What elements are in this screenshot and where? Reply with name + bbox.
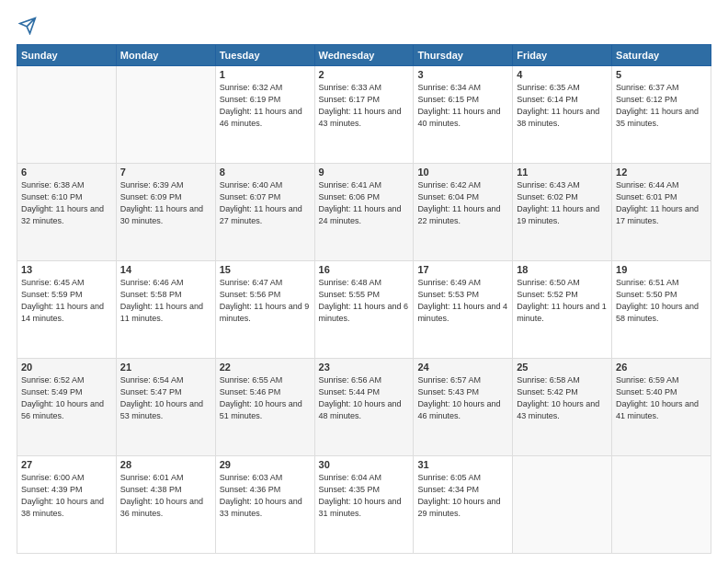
col-header-wednesday: Wednesday <box>314 45 414 66</box>
calendar-day-cell: 26Sunrise: 6:59 AMSunset: 5:40 PMDayligh… <box>612 359 711 456</box>
day-info: Sunrise: 6:52 AMSunset: 5:49 PMDaylight:… <box>21 374 112 422</box>
day-number: 27 <box>21 459 112 470</box>
day-number: 25 <box>517 362 608 373</box>
calendar-day-cell: 19Sunrise: 6:51 AMSunset: 5:50 PMDayligh… <box>612 261 711 359</box>
day-number: 2 <box>319 69 410 80</box>
calendar-day-cell: 31Sunrise: 6:05 AMSunset: 4:34 PMDayligh… <box>414 456 513 554</box>
calendar-day-cell: 9Sunrise: 6:41 AMSunset: 6:06 PMDaylight… <box>314 164 414 261</box>
day-number: 12 <box>616 167 707 178</box>
day-number: 10 <box>417 167 508 178</box>
calendar-day-cell: 12Sunrise: 6:44 AMSunset: 6:01 PMDayligh… <box>612 164 711 261</box>
day-number: 13 <box>21 264 112 275</box>
calendar-day-cell: 1Sunrise: 6:32 AMSunset: 6:19 PMDaylight… <box>215 66 314 164</box>
day-info: Sunrise: 6:05 AMSunset: 4:34 PMDaylight:… <box>417 472 508 520</box>
calendar-day-cell: 24Sunrise: 6:57 AMSunset: 5:43 PMDayligh… <box>414 359 513 456</box>
day-number: 14 <box>120 264 211 275</box>
day-number: 17 <box>417 264 508 275</box>
day-number: 19 <box>616 264 707 275</box>
day-info: Sunrise: 6:44 AMSunset: 6:01 PMDaylight:… <box>616 179 707 227</box>
page: SundayMondayTuesdayWednesdayThursdayFrid… <box>0 0 728 563</box>
day-number: 29 <box>220 459 311 470</box>
day-number: 26 <box>616 362 707 373</box>
day-info: Sunrise: 6:54 AMSunset: 5:47 PMDaylight:… <box>120 374 211 422</box>
calendar-day-cell: 23Sunrise: 6:56 AMSunset: 5:44 PMDayligh… <box>314 359 414 456</box>
day-number: 7 <box>120 167 211 178</box>
day-info: Sunrise: 6:55 AMSunset: 5:46 PMDaylight:… <box>220 374 311 422</box>
calendar-header-row: SundayMondayTuesdayWednesdayThursdayFrid… <box>17 45 711 66</box>
day-info: Sunrise: 6:34 AMSunset: 6:15 PMDaylight:… <box>417 82 508 130</box>
day-info: Sunrise: 6:01 AMSunset: 4:38 PMDaylight:… <box>120 472 211 520</box>
day-info: Sunrise: 6:51 AMSunset: 5:50 PMDaylight:… <box>616 277 707 325</box>
calendar-day-cell: 17Sunrise: 6:49 AMSunset: 5:53 PMDayligh… <box>414 261 513 359</box>
col-header-saturday: Saturday <box>612 45 711 66</box>
day-info: Sunrise: 6:56 AMSunset: 5:44 PMDaylight:… <box>319 374 410 422</box>
day-number: 23 <box>319 362 410 373</box>
day-info: Sunrise: 6:39 AMSunset: 6:09 PMDaylight:… <box>120 179 211 227</box>
day-info: Sunrise: 6:03 AMSunset: 4:36 PMDaylight:… <box>220 472 311 520</box>
day-info: Sunrise: 6:50 AMSunset: 5:52 PMDaylight:… <box>517 277 608 325</box>
calendar-day-cell: 14Sunrise: 6:46 AMSunset: 5:58 PMDayligh… <box>116 261 215 359</box>
day-number: 6 <box>21 167 112 178</box>
calendar-week-row: 6Sunrise: 6:38 AMSunset: 6:10 PMDaylight… <box>17 164 711 261</box>
day-info: Sunrise: 6:59 AMSunset: 5:40 PMDaylight:… <box>616 374 707 422</box>
day-info: Sunrise: 6:38 AMSunset: 6:10 PMDaylight:… <box>21 179 112 227</box>
calendar-day-cell: 27Sunrise: 6:00 AMSunset: 4:39 PMDayligh… <box>17 456 117 554</box>
day-number: 9 <box>319 167 410 178</box>
day-info: Sunrise: 6:04 AMSunset: 4:35 PMDaylight:… <box>319 472 410 520</box>
calendar-day-cell: 11Sunrise: 6:43 AMSunset: 6:02 PMDayligh… <box>513 164 612 261</box>
logo-bird-icon <box>18 17 37 35</box>
header <box>17 17 711 35</box>
calendar-day-cell: 30Sunrise: 6:04 AMSunset: 4:35 PMDayligh… <box>314 456 414 554</box>
day-number: 16 <box>319 264 410 275</box>
calendar-day-cell: 13Sunrise: 6:45 AMSunset: 5:59 PMDayligh… <box>17 261 117 359</box>
day-number: 31 <box>417 459 508 470</box>
day-number: 30 <box>319 459 410 470</box>
day-info: Sunrise: 6:47 AMSunset: 5:56 PMDaylight:… <box>220 277 311 325</box>
calendar-week-row: 13Sunrise: 6:45 AMSunset: 5:59 PMDayligh… <box>17 261 711 359</box>
day-info: Sunrise: 6:46 AMSunset: 5:58 PMDaylight:… <box>120 277 211 325</box>
calendar-day-cell: 28Sunrise: 6:01 AMSunset: 4:38 PMDayligh… <box>116 456 215 554</box>
day-info: Sunrise: 6:41 AMSunset: 6:06 PMDaylight:… <box>319 179 410 227</box>
calendar-day-cell: 10Sunrise: 6:42 AMSunset: 6:04 PMDayligh… <box>414 164 513 261</box>
day-info: Sunrise: 6:32 AMSunset: 6:19 PMDaylight:… <box>220 82 311 130</box>
col-header-friday: Friday <box>513 45 612 66</box>
day-number: 11 <box>517 167 608 178</box>
calendar-day-cell: 3Sunrise: 6:34 AMSunset: 6:15 PMDaylight… <box>414 66 513 164</box>
day-info: Sunrise: 6:49 AMSunset: 5:53 PMDaylight:… <box>417 277 508 325</box>
calendar-day-cell: 8Sunrise: 6:40 AMSunset: 6:07 PMDaylight… <box>215 164 314 261</box>
calendar-week-row: 20Sunrise: 6:52 AMSunset: 5:49 PMDayligh… <box>17 359 711 456</box>
day-number: 22 <box>220 362 311 373</box>
day-info: Sunrise: 6:57 AMSunset: 5:43 PMDaylight:… <box>417 374 508 422</box>
calendar-day-cell: 5Sunrise: 6:37 AMSunset: 6:12 PMDaylight… <box>612 66 711 164</box>
day-info: Sunrise: 6:37 AMSunset: 6:12 PMDaylight:… <box>616 82 707 130</box>
calendar-week-row: 1Sunrise: 6:32 AMSunset: 6:19 PMDaylight… <box>17 66 711 164</box>
calendar-day-cell: 15Sunrise: 6:47 AMSunset: 5:56 PMDayligh… <box>215 261 314 359</box>
day-info: Sunrise: 6:35 AMSunset: 6:14 PMDaylight:… <box>517 82 608 130</box>
day-info: Sunrise: 6:43 AMSunset: 6:02 PMDaylight:… <box>517 179 608 227</box>
day-number: 24 <box>417 362 508 373</box>
col-header-tuesday: Tuesday <box>215 45 314 66</box>
day-number: 21 <box>120 362 211 373</box>
calendar-day-cell: 16Sunrise: 6:48 AMSunset: 5:55 PMDayligh… <box>314 261 414 359</box>
day-info: Sunrise: 6:00 AMSunset: 4:39 PMDaylight:… <box>21 472 112 520</box>
calendar-day-cell: 25Sunrise: 6:58 AMSunset: 5:42 PMDayligh… <box>513 359 612 456</box>
day-number: 8 <box>220 167 311 178</box>
calendar-day-cell <box>17 66 117 164</box>
calendar-day-cell: 2Sunrise: 6:33 AMSunset: 6:17 PMDaylight… <box>314 66 414 164</box>
day-info: Sunrise: 6:58 AMSunset: 5:42 PMDaylight:… <box>517 374 608 422</box>
day-info: Sunrise: 6:42 AMSunset: 6:04 PMDaylight:… <box>417 179 508 227</box>
day-number: 20 <box>21 362 112 373</box>
day-number: 3 <box>417 69 508 80</box>
day-number: 4 <box>517 69 608 80</box>
calendar-day-cell <box>116 66 215 164</box>
col-header-monday: Monday <box>116 45 215 66</box>
day-info: Sunrise: 6:33 AMSunset: 6:17 PMDaylight:… <box>319 82 410 130</box>
calendar-table: SundayMondayTuesdayWednesdayThursdayFrid… <box>17 44 711 554</box>
day-info: Sunrise: 6:40 AMSunset: 6:07 PMDaylight:… <box>220 179 311 227</box>
day-info: Sunrise: 6:45 AMSunset: 5:59 PMDaylight:… <box>21 277 112 325</box>
calendar-day-cell <box>513 456 612 554</box>
calendar-day-cell: 20Sunrise: 6:52 AMSunset: 5:49 PMDayligh… <box>17 359 117 456</box>
calendar-week-row: 27Sunrise: 6:00 AMSunset: 4:39 PMDayligh… <box>17 456 711 554</box>
calendar-day-cell <box>612 456 711 554</box>
calendar-day-cell: 4Sunrise: 6:35 AMSunset: 6:14 PMDaylight… <box>513 66 612 164</box>
